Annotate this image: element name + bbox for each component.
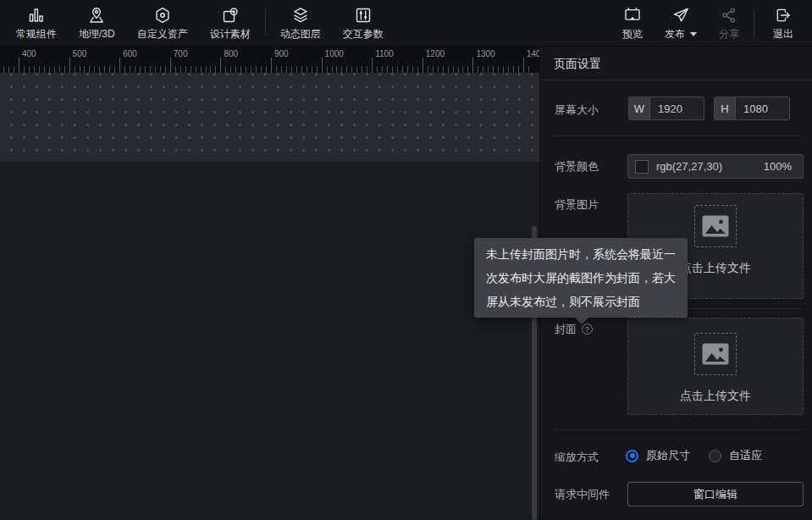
ruler-minor-tick — [24, 66, 25, 73]
ruler-minor-tick — [94, 66, 95, 73]
ruler-minor-tick — [327, 66, 328, 73]
ruler-minor-tick — [508, 66, 509, 73]
ruler-minor-tick — [235, 66, 236, 73]
toolbar-item-components[interactable]: 常规组件 — [5, 0, 68, 46]
help-icon[interactable]: ? — [582, 324, 593, 335]
radio-selected-icon — [626, 450, 638, 462]
ruler-minor-tick — [362, 66, 362, 73]
toolbar-item-label: 动态图层 — [280, 27, 321, 41]
ruler-minor-tick — [130, 66, 130, 73]
toolbar-item-design-assets[interactable]: 设计素材 — [199, 0, 262, 46]
share-label: 分享 — [719, 27, 739, 41]
height-input-group: H 1080 — [714, 97, 790, 120]
middleware-label: 请求中间件 — [555, 487, 610, 502]
ruler-major-tick — [119, 58, 120, 73]
toolbar-item-interaction-params[interactable]: 交互参数 — [332, 0, 395, 46]
toolbar-item-label: 常规组件 — [16, 27, 57, 41]
canvas-dot-grid — [0, 73, 539, 162]
toolbar-left-group: 常规组件 地理/3D 自定义资产 — [0, 0, 395, 46]
ruler-tick-label: 600 — [123, 49, 137, 58]
ruler-minor-tick — [317, 66, 318, 73]
exit-label: 退出 — [773, 27, 793, 41]
ruler-major-tick — [472, 58, 473, 73]
ruler-minor-tick — [191, 66, 191, 73]
ruler-minor-tick — [140, 66, 141, 73]
upload-frame — [694, 205, 737, 247]
color-value: rgb(27,27,30) — [656, 160, 764, 173]
ruler-tick-label: 1400 — [527, 49, 539, 58]
tooltip-text-line: 屏从未发布过，则不展示封面 — [486, 290, 676, 313]
ruler-minor-tick — [14, 66, 14, 73]
ruler-minor-tick — [230, 66, 231, 73]
layers-icon — [291, 5, 310, 25]
ruler-minor-tick — [336, 66, 337, 73]
bar-chart-icon — [27, 5, 46, 25]
ruler-tick-label: 1000 — [325, 49, 344, 58]
ruler-minor-tick — [387, 66, 388, 73]
ruler-minor-tick — [29, 66, 30, 73]
radio-adaptive[interactable]: 自适应 — [709, 448, 762, 463]
ruler-minor-tick — [458, 66, 459, 73]
ruler-minor-tick — [180, 66, 181, 73]
ruler-minor-tick — [443, 66, 444, 73]
ruler-minor-tick — [196, 66, 196, 73]
exit-button[interactable]: 退出 — [758, 0, 812, 47]
ruler-minor-tick — [185, 66, 186, 73]
cover-label: 封面 — [555, 323, 577, 335]
ruler-tick-label: 1100 — [375, 49, 394, 58]
ruler-minor-tick — [397, 66, 398, 73]
width-input[interactable]: 1920 — [650, 97, 704, 119]
ruler-minor-tick — [467, 66, 468, 73]
radio-label: 自适应 — [729, 448, 762, 463]
color-swatch — [635, 160, 649, 174]
ruler-minor-tick — [8, 66, 9, 73]
scale-mode-radio-group: 原始尺寸 自适应 — [626, 448, 781, 463]
ruler-minor-tick — [346, 66, 347, 73]
ruler-tick-label: 900 — [274, 49, 289, 58]
height-input[interactable]: 1080 — [736, 97, 789, 119]
radio-original-size[interactable]: 原始尺寸 — [626, 448, 690, 463]
canvas-workspace[interactable] — [0, 73, 539, 520]
ruler-minor-tick — [150, 66, 151, 73]
publish-button[interactable]: 发布 — [654, 0, 708, 47]
ruler-minor-tick — [256, 66, 257, 73]
ruler-minor-tick — [407, 66, 408, 73]
ruler-minor-tick — [104, 66, 105, 73]
ruler-minor-tick — [281, 66, 282, 73]
ruler-minor-tick — [49, 66, 50, 73]
ruler-tick-label: 1200 — [426, 49, 445, 58]
ruler-minor-tick — [165, 66, 166, 73]
bg-color-label: 背景颜色 — [555, 159, 599, 174]
ruler-major-tick — [69, 58, 70, 73]
upload-hint: 点击上传文件 — [680, 389, 751, 404]
preview-button[interactable]: 预览 — [611, 0, 654, 47]
ruler-minor-tick — [296, 66, 297, 73]
ruler-minor-tick — [266, 66, 267, 73]
map-pin-icon — [87, 5, 106, 25]
ruler-major-tick — [19, 58, 19, 73]
toolbar-item-custom-assets[interactable]: 自定义资产 — [126, 0, 199, 46]
ruler-tick-label: 400 — [22, 49, 36, 58]
toolbar-item-label: 地理/3D — [79, 27, 115, 41]
toolbar-item-geo3d[interactable]: 地理/3D — [68, 0, 126, 46]
publish-caret-icon — [690, 32, 697, 36]
scale-mode-label: 缩放方式 — [555, 450, 599, 465]
color-opacity: 100% — [764, 160, 792, 173]
toolbar-divider — [754, 11, 754, 36]
bg-image-label: 背景图片 — [555, 197, 599, 213]
ruler-minor-tick — [498, 66, 499, 73]
ruler-major-tick — [523, 58, 524, 73]
ruler-minor-tick — [417, 66, 418, 73]
ruler-minor-tick — [286, 66, 287, 73]
ruler-minor-tick — [307, 66, 307, 73]
toolbar-right-group: 预览 发布 分享 — [611, 0, 812, 47]
upload-frame — [694, 333, 737, 375]
toolbar-item-dynamic-layers[interactable]: 动态图层 — [269, 0, 332, 46]
bg-color-picker[interactable]: rgb(27,27,30) 100% — [627, 154, 804, 179]
ruler-minor-tick — [135, 66, 135, 73]
ruler-minor-tick — [240, 66, 241, 73]
section-divider — [554, 136, 802, 136]
width-input-group: W 1920 — [628, 97, 704, 120]
cover-upload-area[interactable]: 点击上传文件 — [627, 318, 804, 415]
window-edit-button[interactable]: 窗口编辑 — [627, 482, 804, 506]
